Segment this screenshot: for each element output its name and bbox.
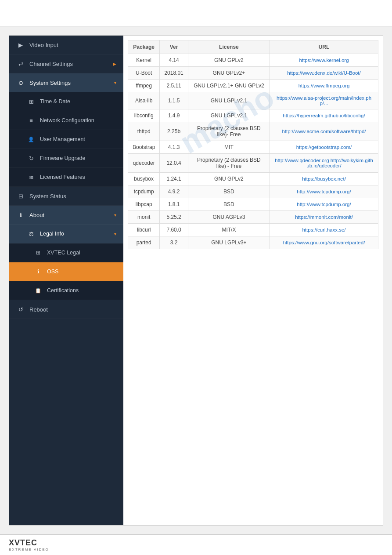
sidebar-item-system-status[interactable]: System Status: [9, 187, 123, 206]
sidebar-item-about[interactable]: About ▾: [9, 206, 123, 225]
cell-ver: 2.5.11: [160, 80, 188, 92]
cell-url[interactable]: https://www.ffmpeg.org: [270, 80, 378, 92]
sidebar-item-reboot[interactable]: Reboot: [9, 300, 123, 319]
about-arrow: ▾: [114, 213, 116, 218]
cell-url[interactable]: https://busybox.net/: [270, 173, 378, 185]
sidebar-label-legal-info: Legal Info: [40, 231, 64, 237]
sidebar-item-time-date[interactable]: Time & Date: [9, 92, 123, 111]
sidebar-label-system-status: System Status: [29, 193, 66, 200]
cell-package: U-Boot: [128, 67, 160, 80]
main-content: Video Input Channel Settings ▶ System Se…: [0, 26, 392, 534]
xvtec-legal-icon: [34, 248, 43, 257]
certifications-icon: [34, 286, 43, 295]
cell-license: GNU GPLv2: [188, 173, 270, 185]
cell-url[interactable]: http://www.qdecoder.org http://wolkykim.…: [270, 154, 378, 173]
sidebar-item-firmware-upgrade[interactable]: Firmware Upgrade: [9, 149, 123, 168]
table-row: U-Boot2018.01GNU GPLv2+https://www.denx.…: [128, 67, 378, 80]
col-url: URL: [270, 40, 378, 54]
sidebar-item-system-settings[interactable]: System Settings ▾: [9, 73, 123, 92]
cell-license: GNU GPLv2: [188, 54, 270, 67]
cell-license: BSD: [188, 198, 270, 211]
firmware-upgrade-icon: [27, 154, 36, 163]
sidebar-label-certifications: Certifications: [47, 287, 79, 294]
table-row: libcurl7.60.0MIT/Xhttps://curl.haxx.se/: [128, 224, 378, 236]
col-license: License: [188, 40, 270, 54]
cell-url[interactable]: https://www.alsa-project.org/main/index.…: [270, 92, 378, 109]
footer: XVTEC EXTREME VIDEO: [0, 534, 392, 555]
cell-url[interactable]: http://www.tcpdump.org/: [270, 198, 378, 211]
channel-settings-arrow: ▶: [113, 62, 116, 66]
oss-icon: [34, 267, 43, 276]
sidebar-label-video-input: Video Input: [29, 42, 58, 48]
cell-url[interactable]: https://mmonit.com/monit/: [270, 211, 378, 224]
cell-ver: 1.1.5: [160, 92, 188, 109]
system-status-icon: [16, 192, 25, 200]
cell-license: GNU LGPLv2.1: [188, 92, 270, 109]
cell-license: GNU AGPLv3: [188, 211, 270, 224]
reboot-icon: [16, 305, 25, 314]
cell-package: libconfig: [128, 109, 160, 122]
user-management-icon: [27, 135, 36, 144]
cell-package: qdecoder: [128, 154, 160, 173]
cell-package: Alsa-lib: [128, 92, 160, 109]
sidebar-label-user-management: User Management: [40, 136, 85, 142]
cell-url[interactable]: https://www.kernel.org: [270, 54, 378, 67]
cell-url[interactable]: https://www.gnu.org/software/parted/: [270, 236, 378, 249]
system-settings-arrow: ▾: [114, 80, 116, 85]
legal-info-arrow: ▾: [114, 232, 116, 236]
table-row: libconfig1.4.9GNU LGPLv2.1https://hyperr…: [128, 109, 378, 122]
sidebar-item-video-input[interactable]: Video Input: [9, 36, 123, 54]
sidebar-label-system-settings: System Settings: [29, 80, 71, 86]
cell-ver: 3.2: [160, 236, 188, 249]
table-row: libpcap1.8.1BSDhttp://www.tcpdump.org/: [128, 198, 378, 211]
cell-url[interactable]: https://hyperrealm.github.io/libconfig/: [270, 109, 378, 122]
table-row: Bootstrap4.1.3MIThttps://getbootstrap.co…: [128, 141, 378, 154]
table-row: qdecoder12.0.4Proprietary (2 clauses BSD…: [128, 154, 378, 173]
cell-url[interactable]: http://www.tcpdump.org/: [270, 185, 378, 198]
content-wrapper: macho Package Ver License URL Kerne: [123, 36, 383, 525]
cell-package: busybox: [128, 173, 160, 185]
sidebar-item-xvtec-legal[interactable]: XVTEC Legal: [9, 243, 123, 262]
channel-settings-icon: [16, 59, 25, 68]
table-row: ffmpeg2.5.11GNU LGPLv2.1+ GNU GPLv2https…: [128, 80, 378, 92]
sidebar-label-reboot: Reboot: [29, 306, 48, 313]
cell-ver: 5.25.2: [160, 211, 188, 224]
cell-ver: 4.14: [160, 54, 188, 67]
cell-ver: 4.1.3: [160, 141, 188, 154]
cell-url[interactable]: http://www.acme.com/software/thttpd/: [270, 122, 378, 141]
col-ver: Ver: [160, 40, 188, 54]
cell-license: MIT: [188, 141, 270, 154]
sidebar-label-xvtec-legal: XVTEC Legal: [47, 250, 80, 256]
sidebar-item-legal-info[interactable]: Legal Info ▾: [9, 225, 123, 243]
cell-package: Bootstrap: [128, 141, 160, 154]
cell-url[interactable]: https://www.denx.de/wiki/U-Boot/: [270, 67, 378, 80]
cell-license: GNU LGPLv3+: [188, 236, 270, 249]
sidebar-item-channel-settings[interactable]: Channel Settings ▶: [9, 54, 123, 73]
sidebar-item-network-config[interactable]: Network Configuration: [9, 111, 123, 130]
cell-package: libpcap: [128, 198, 160, 211]
table-row: tcpdump4.9.2BSDhttp://www.tcpdump.org/: [128, 185, 378, 198]
cell-url[interactable]: https://getbootstrap.com/: [270, 141, 378, 154]
content-area: Package Ver License URL Kernel4.14GNU GP…: [123, 36, 383, 254]
cell-ver: 12.0.4: [160, 154, 188, 173]
sidebar-label-licensed-features: Licensed Features: [40, 174, 85, 180]
cell-license: GNU GPLv2+: [188, 67, 270, 80]
sidebar-item-user-management[interactable]: User Management: [9, 130, 123, 149]
about-icon: [16, 210, 25, 219]
cell-license: GNU LGPLv2.1: [188, 109, 270, 122]
cell-ver: 1.4.9: [160, 109, 188, 122]
logo-main: XVTEC: [9, 538, 49, 548]
legal-info-icon: [27, 229, 36, 238]
sidebar-item-oss[interactable]: OSS: [9, 262, 123, 281]
oss-table: Package Ver License URL Kernel4.14GNU GP…: [128, 40, 378, 249]
network-config-icon: [27, 116, 36, 125]
time-date-icon: [27, 97, 36, 106]
cell-package: libcurl: [128, 224, 160, 236]
cell-package: parted: [128, 236, 160, 249]
system-settings-icon: [16, 78, 25, 87]
sidebar-item-certifications[interactable]: Certifications: [9, 281, 123, 300]
cell-url[interactable]: https://curl.haxx.se/: [270, 224, 378, 236]
sidebar-label-about: About: [29, 212, 44, 218]
legal-info-sub: XVTEC Legal OSS Certifications: [9, 243, 123, 300]
sidebar-item-licensed-features[interactable]: Licensed Features: [9, 168, 123, 187]
